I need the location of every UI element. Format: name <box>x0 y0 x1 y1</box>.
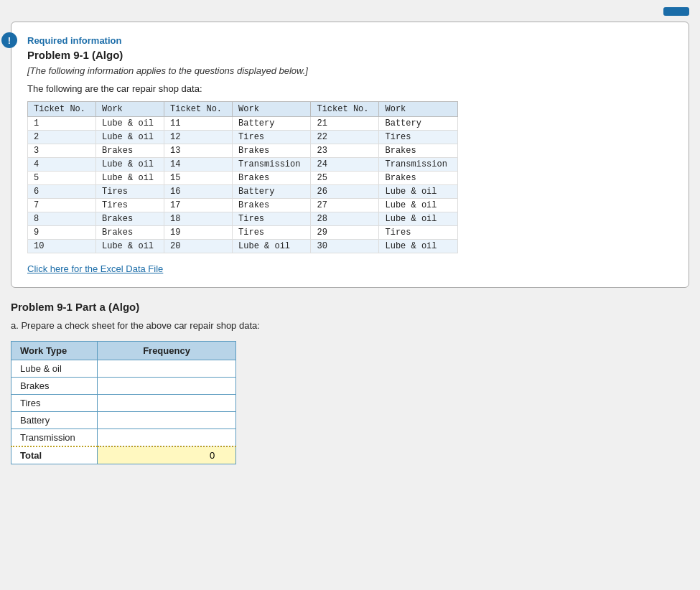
table-cell: Lube & oil <box>96 172 164 185</box>
table-cell: 30 <box>311 240 379 253</box>
check-sheet-row: Total <box>11 446 236 464</box>
frequency-input[interactable] <box>106 380 227 391</box>
table-cell: Lube & oil <box>96 131 164 144</box>
table-cell: 23 <box>311 144 379 158</box>
table-cell: Lube & oil <box>379 212 457 226</box>
check-sheet-row: Lube & oil <box>11 360 236 378</box>
table-cell: Battery <box>233 117 311 131</box>
table-cell: 7 <box>28 199 96 212</box>
top-action-button[interactable] <box>663 7 689 16</box>
info-icon: ! <box>1 32 17 48</box>
table-cell: Tires <box>379 131 457 144</box>
table-cell: 8 <box>28 212 96 226</box>
table-cell: 3 <box>28 144 96 158</box>
check-col-worktype: Work Type <box>11 342 98 360</box>
table-cell: 15 <box>164 172 233 185</box>
check-col-frequency: Frequency <box>98 342 236 360</box>
excel-link[interactable]: Click here for the Excel Data File <box>27 263 163 274</box>
check-sheet-table: Work Type Frequency Lube & oilBrakesTire… <box>11 341 236 464</box>
frequency-cell[interactable] <box>98 429 236 447</box>
table-cell: 5 <box>28 172 96 185</box>
work-type-cell: Brakes <box>11 378 98 395</box>
table-cell: Transmission <box>379 158 457 172</box>
work-type-cell: Tires <box>11 395 98 412</box>
col-header-work2: Work <box>233 102 311 117</box>
table-cell: Brakes <box>233 172 311 185</box>
frequency-input[interactable] <box>106 398 227 408</box>
check-sheet-row: Tires <box>11 395 236 412</box>
table-cell: Lube & oil <box>96 158 164 172</box>
frequency-cell[interactable] <box>98 360 236 378</box>
table-cell: Lube & oil <box>379 199 457 212</box>
table-cell: Brakes <box>379 172 457 185</box>
table-cell: 27 <box>311 199 379 212</box>
table-cell: Lube & oil <box>96 240 164 253</box>
table-cell: 2 <box>28 131 96 144</box>
table-cell: 26 <box>311 185 379 199</box>
table-cell: 16 <box>164 185 233 199</box>
table-cell: Lube & oil <box>379 185 457 199</box>
info-box: ! Required information Problem 9-1 (Algo… <box>11 22 689 288</box>
data-table: Ticket No. Work Ticket No. Work Ticket N… <box>27 101 458 253</box>
frequency-input[interactable] <box>106 363 227 374</box>
table-cell: Brakes <box>233 144 311 158</box>
col-header-ticket1: Ticket No. <box>28 102 96 117</box>
table-cell: Lube & oil <box>379 240 457 253</box>
frequency-cell[interactable] <box>98 412 236 429</box>
table-cell: 13 <box>164 144 233 158</box>
table-cell: Tires <box>233 212 311 226</box>
frequency-cell[interactable] <box>98 395 236 412</box>
table-cell: Brakes <box>96 144 164 158</box>
problem-title: Problem 9-1 (Algo) <box>27 49 673 61</box>
table-cell: Tires <box>233 131 311 144</box>
table-cell: Lube & oil <box>96 117 164 131</box>
total-frequency-input[interactable] <box>106 450 215 461</box>
table-cell: 21 <box>311 117 379 131</box>
table-cell: 12 <box>164 131 233 144</box>
table-cell: Brakes <box>233 199 311 212</box>
work-type-cell: Transmission <box>11 429 98 447</box>
table-cell: Tires <box>233 226 311 240</box>
table-cell: Brakes <box>96 226 164 240</box>
table-cell: Tires <box>96 199 164 212</box>
check-sheet-row: Transmission <box>11 429 236 447</box>
table-cell: Transmission <box>233 158 311 172</box>
table-cell: Lube & oil <box>233 240 311 253</box>
table-cell: 14 <box>164 158 233 172</box>
work-type-cell: Total <box>11 446 98 464</box>
table-cell: Battery <box>379 117 457 131</box>
table-cell: 19 <box>164 226 233 240</box>
intro-text: The following are the car repair shop da… <box>27 83 673 94</box>
frequency-cell[interactable] <box>98 446 236 464</box>
frequency-input[interactable] <box>106 415 227 426</box>
table-cell: 10 <box>28 240 96 253</box>
work-type-cell: Lube & oil <box>11 360 98 378</box>
table-cell: 4 <box>28 158 96 172</box>
part-a-instruction: a. Prepare a check sheet for the above c… <box>11 320 689 331</box>
table-cell: 11 <box>164 117 233 131</box>
table-cell: Brakes <box>96 212 164 226</box>
table-cell: 29 <box>311 226 379 240</box>
italic-note: [The following information applies to th… <box>27 65 673 76</box>
table-cell: Tires <box>96 185 164 199</box>
table-cell: Tires <box>379 226 457 240</box>
table-cell: 25 <box>311 172 379 185</box>
work-type-cell: Battery <box>11 412 98 429</box>
table-cell: 6 <box>28 185 96 199</box>
table-cell: 9 <box>28 226 96 240</box>
table-cell: 22 <box>311 131 379 144</box>
check-sheet-row: Brakes <box>11 378 236 395</box>
frequency-cell[interactable] <box>98 378 236 395</box>
table-cell: Battery <box>233 185 311 199</box>
table-cell: 28 <box>311 212 379 226</box>
table-cell: 18 <box>164 212 233 226</box>
col-header-ticket3: Ticket No. <box>311 102 379 117</box>
required-info-label: Required information <box>27 35 673 46</box>
table-cell: 24 <box>311 158 379 172</box>
part-a-title: Problem 9-1 Part a (Algo) <box>11 301 689 313</box>
col-header-work3: Work <box>379 102 457 117</box>
table-cell: 1 <box>28 117 96 131</box>
frequency-input[interactable] <box>106 432 227 443</box>
table-cell: Brakes <box>379 144 457 158</box>
col-header-ticket2: Ticket No. <box>164 102 233 117</box>
